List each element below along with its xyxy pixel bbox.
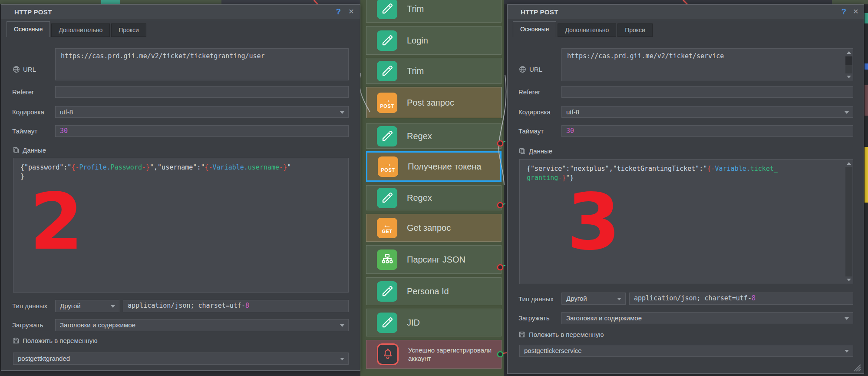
dialog-tabs: ОсновныеДополнительноПрокси	[7, 21, 146, 37]
flow-block-label: JID	[407, 318, 420, 328]
get-icon: ←GET	[377, 218, 397, 238]
copy-icon	[518, 147, 526, 155]
canvas-strip-dark-right	[504, 0, 832, 4]
datatype-select[interactable]: Другой	[561, 293, 626, 305]
tab-дополнительно[interactable]: Дополнительно	[51, 23, 110, 37]
flow-block-login[interactable]: Login	[366, 26, 502, 55]
variable-select[interactable]: postgettktgranded	[13, 353, 349, 365]
save-icon	[518, 331, 526, 338]
close-icon[interactable]: ×	[349, 6, 354, 17]
pencil-icon	[377, 281, 397, 302]
flow-block-trim[interactable]: Trim	[366, 0, 502, 23]
url-label: URL	[13, 66, 36, 73]
url-input[interactable]: https://cas.prd.gii.me/v2/ticket/service	[561, 48, 853, 81]
resize-grip[interactable]	[851, 364, 861, 372]
code-line: {"service":"nextplus","ticketGrantingTic…	[527, 164, 840, 173]
datatype-label: Тип данных	[12, 302, 47, 309]
flow-block-label: Regex	[407, 193, 432, 203]
chevron-down-icon	[340, 111, 344, 114]
tab-основные[interactable]: Основные	[7, 21, 50, 37]
flow-block-парсинг-json[interactable]: Парсинг JSON	[366, 245, 502, 274]
dialog-tabs: ОсновныеДополнительноПрокси	[513, 21, 653, 37]
put-variable-label: Положить в переменную	[518, 331, 604, 338]
dialog-titlebar[interactable]: HTTP POST ? ×	[508, 5, 864, 20]
json-icon	[377, 250, 397, 270]
url-label: URL	[519, 66, 542, 73]
load-select[interactable]: Заголовки и содержимое	[55, 319, 349, 331]
bell-icon	[377, 343, 399, 365]
close-icon[interactable]: ×	[853, 6, 858, 17]
pencil-icon	[377, 0, 397, 19]
load-select[interactable]: Заголовки и содержимое	[561, 312, 853, 324]
timeout-input[interactable]: 30	[561, 125, 853, 137]
screenshot-root: { "dialog_left": { "title": "HTTP POST",…	[0, 0, 868, 376]
tab-прокси[interactable]: Прокси	[617, 23, 653, 37]
flow-block-regex[interactable]: Regex	[366, 123, 502, 149]
variable-select[interactable]: postgettickerservice	[519, 345, 853, 357]
help-icon[interactable]: ?	[336, 7, 341, 17]
chevron-down-icon	[845, 350, 849, 353]
canvas-strip-dark-left	[221, 0, 360, 4]
sliver-yellow-fragment	[865, 147, 868, 203]
chevron-down-icon	[845, 317, 849, 320]
dialog-titlebar[interactable]: HTTP POST ? ×	[1, 5, 360, 20]
pencil-icon	[377, 188, 397, 208]
pencil-icon	[377, 61, 397, 81]
save-icon	[12, 337, 20, 344]
scroll-up-icon[interactable]	[845, 49, 852, 56]
flow-block-успешно-зарегистрировали-аккаунт[interactable]: Успешно зарегистрировали аккаунт	[366, 340, 502, 369]
timeout-input[interactable]: 30	[55, 125, 349, 137]
url-input[interactable]: https://cas.prd.gii.me/v2/ticket/ticketg…	[55, 48, 349, 80]
flow-block-get-запрос[interactable]: ←GETGet запрос	[366, 214, 502, 242]
flow-block-label: Get запрос	[407, 223, 451, 233]
load-label: Загружать	[12, 321, 43, 329]
timeout-label: Таймаут	[518, 127, 544, 135]
scroll-down-icon[interactable]	[845, 73, 852, 80]
chevron-down-icon	[340, 324, 344, 327]
globe-icon	[519, 66, 526, 73]
content-type-input[interactable]: application/json; charset=utf-8	[123, 300, 349, 312]
referer-input[interactable]	[55, 86, 349, 98]
encoding-select[interactable]: utf-8	[561, 106, 853, 118]
pencil-icon	[377, 313, 397, 333]
tab-дополнительно[interactable]: Дополнительно	[558, 23, 616, 37]
encoding-select[interactable]: utf-8	[55, 106, 349, 118]
flow-block-trim[interactable]: Trim	[366, 58, 502, 84]
chevron-down-icon	[340, 358, 344, 360]
annotation-number-3: 3	[567, 183, 620, 261]
encoding-label: Кодировка	[12, 108, 44, 116]
flow-block-label: Post запрос	[407, 98, 454, 108]
flow-block-label: Trim	[407, 4, 424, 14]
content-type-input[interactable]: application/json; charset=utf-8	[629, 293, 853, 305]
flow-block-label: Парсинг JSON	[407, 255, 465, 265]
data-scrollbar[interactable]	[845, 160, 852, 283]
url-scrollbar[interactable]	[845, 49, 852, 80]
flow-block-label: Persona Id	[407, 286, 449, 296]
flow-block-получение-токена[interactable]: →POSTПолучение токена	[366, 151, 502, 182]
load-label: Загружать	[518, 314, 549, 322]
flow-block-jid[interactable]: JID	[366, 309, 502, 336]
flow-block-post-запрос[interactable]: →POSTPost запрос	[366, 87, 502, 118]
flow-block-label: Trim	[407, 66, 424, 76]
flow-block-label: Получение токена	[408, 162, 482, 172]
help-icon[interactable]: ?	[841, 7, 846, 17]
datatype-select[interactable]: Другой	[55, 300, 119, 312]
flow-column: TrimLoginTrim→POSTPost запросRegex→POSTП…	[360, 0, 504, 376]
scroll-up-icon[interactable]	[845, 160, 852, 167]
sliver-blue-fragment	[865, 63, 868, 70]
referer-input[interactable]	[561, 86, 853, 98]
flow-block-regex[interactable]: Regex	[366, 185, 502, 210]
chevron-down-icon	[111, 305, 115, 308]
tab-основные[interactable]: Основные	[513, 21, 556, 37]
flow-block-label: Успешно зарегистрировали аккаунт	[408, 346, 493, 363]
chevron-down-icon	[845, 111, 849, 114]
sliver-maroon-fragment	[865, 85, 868, 116]
tab-прокси[interactable]: Прокси	[111, 23, 146, 37]
code-line: {"password":"{-Profile.Password-}","user…	[20, 163, 341, 172]
flow-block-persona-id[interactable]: Persona Id	[366, 277, 502, 305]
datatype-label: Тип данных	[518, 295, 554, 303]
timeout-label: Таймаут	[12, 127, 37, 135]
scrollbar-thumb[interactable]	[845, 57, 852, 65]
scroll-down-icon[interactable]	[845, 276, 852, 283]
referer-label: Referer	[518, 88, 540, 96]
